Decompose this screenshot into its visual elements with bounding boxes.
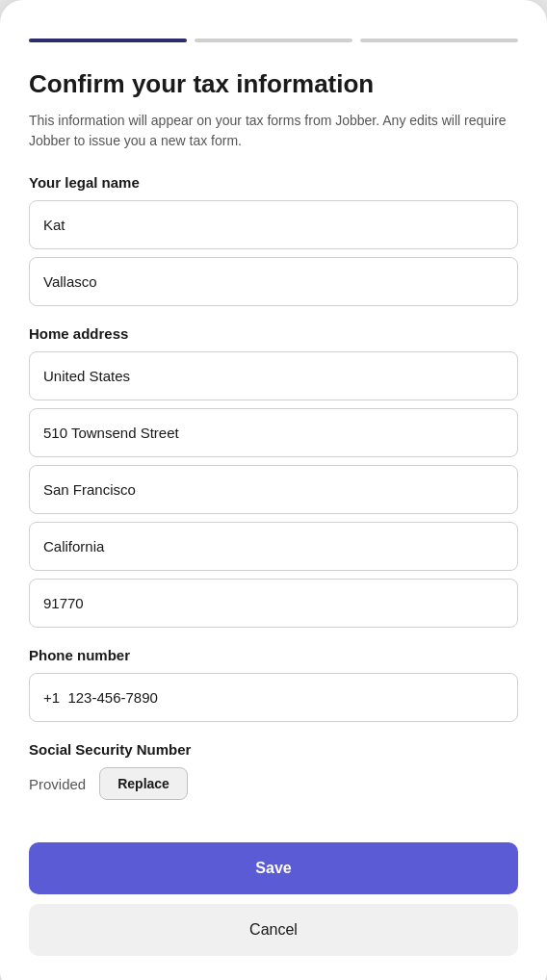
phone-section: Phone number xyxy=(29,647,518,722)
progress-segment-2 xyxy=(195,39,352,42)
progress-bar xyxy=(29,39,518,42)
last-name-input[interactable] xyxy=(29,257,518,306)
legal-name-section: Your legal name xyxy=(29,174,518,306)
street-input[interactable] xyxy=(29,408,518,457)
cancel-button[interactable]: Cancel xyxy=(29,904,518,956)
phone-input[interactable] xyxy=(29,673,518,722)
home-address-label: Home address xyxy=(29,325,518,342)
page-description: This information will appear on your tax… xyxy=(29,111,518,151)
city-input[interactable] xyxy=(29,465,518,514)
ssn-section: Social Security Number Provided Replace xyxy=(29,741,518,823)
home-address-section: Home address xyxy=(29,325,518,628)
replace-button[interactable]: Replace xyxy=(99,767,188,800)
page-title: Confirm your tax information xyxy=(29,69,518,99)
country-input[interactable] xyxy=(29,351,518,400)
state-input[interactable] xyxy=(29,522,518,571)
progress-segment-3 xyxy=(360,39,518,42)
phone-frame: Confirm your tax information This inform… xyxy=(0,0,547,980)
phone-label: Phone number xyxy=(29,647,518,663)
ssn-provided-text: Provided xyxy=(29,776,86,792)
ssn-label: Social Security Number xyxy=(29,741,518,758)
save-button[interactable]: Save xyxy=(29,842,518,894)
legal-name-label: Your legal name xyxy=(29,174,518,191)
ssn-row: Provided Replace xyxy=(29,767,518,800)
progress-segment-1 xyxy=(29,39,187,42)
zip-input[interactable] xyxy=(29,579,518,628)
first-name-input[interactable] xyxy=(29,200,518,249)
